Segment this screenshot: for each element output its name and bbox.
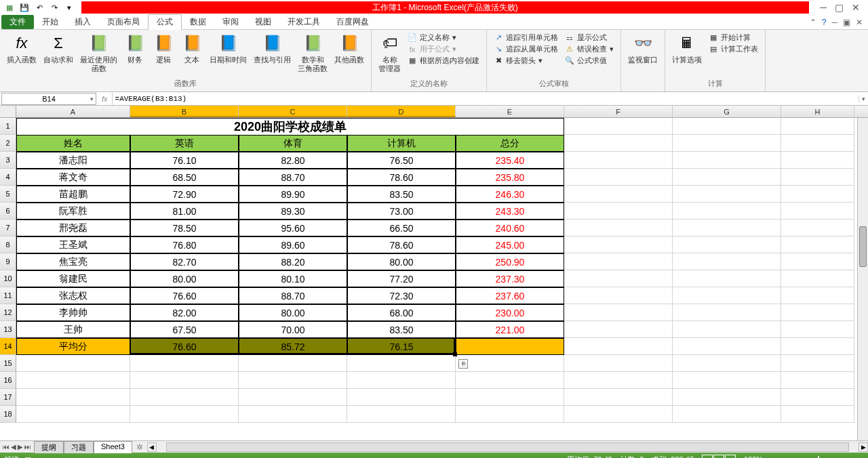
tab-开发工具[interactable]: 开发工具: [279, 15, 328, 29]
name-cell[interactable]: 焦宝亮: [16, 253, 130, 270]
trace-dependents-item[interactable]: ↘追踪从属单元格: [494, 44, 558, 54]
data-cell[interactable]: 89.30: [239, 203, 347, 220]
undo-icon[interactable]: ↶: [34, 2, 45, 13]
save-icon[interactable]: 💾: [19, 2, 30, 13]
table-header[interactable]: 总分: [456, 135, 564, 152]
cell[interactable]: [347, 389, 456, 406]
data-cell[interactable]: 77.20: [347, 270, 456, 287]
zoom-in-icon[interactable]: +: [860, 455, 864, 458]
cell[interactable]: [564, 220, 673, 236]
name-manager-button[interactable]: 🏷名称 管理器: [376, 31, 403, 75]
cell[interactable]: [564, 118, 673, 135]
cell[interactable]: [673, 186, 781, 203]
sheet-tab-习题[interactable]: 习题: [64, 441, 94, 453]
define-name-item[interactable]: 📄定义名称 ▾: [408, 33, 479, 43]
row-header-6[interactable]: 6: [0, 203, 16, 220]
ribbon-minimize-icon[interactable]: ⌃: [810, 18, 816, 27]
data-cell[interactable]: 78.60: [347, 169, 456, 186]
data-cell[interactable]: 235.80: [456, 169, 564, 186]
redo-icon[interactable]: ↷: [49, 2, 60, 13]
cell[interactable]: [456, 355, 564, 372]
data-cell[interactable]: 66.50: [347, 220, 456, 236]
row-header-9[interactable]: 9: [0, 253, 16, 270]
data-cell[interactable]: 76.60: [130, 287, 239, 304]
cell[interactable]: [781, 355, 854, 372]
table-header[interactable]: 英语: [130, 135, 239, 152]
cell[interactable]: [16, 389, 130, 406]
cell[interactable]: [673, 135, 781, 152]
name-cell[interactable]: 王帅: [16, 321, 130, 338]
lookup-button[interactable]: 📘查找与引用: [251, 31, 294, 66]
data-cell[interactable]: 73.00: [347, 203, 456, 220]
tab-页面布局[interactable]: 页面布局: [99, 15, 148, 29]
qat-more-icon[interactable]: ▾: [64, 2, 75, 13]
row-header-17[interactable]: 17: [0, 389, 16, 406]
row-header-2[interactable]: 2: [0, 135, 16, 152]
doc-restore-icon[interactable]: ▣: [843, 18, 850, 27]
math-button[interactable]: 📗数学和 三角函数: [295, 31, 330, 75]
formula-input[interactable]: [112, 93, 859, 105]
data-cell[interactable]: 68.50: [130, 169, 239, 186]
name-cell[interactable]: 苗超鹏: [16, 186, 130, 203]
tab-file[interactable]: 文件: [1, 15, 34, 29]
data-cell[interactable]: 72.30: [347, 287, 456, 304]
tab-公式[interactable]: 公式: [148, 14, 182, 30]
cell[interactable]: [564, 287, 673, 304]
data-cell[interactable]: 83.50: [347, 186, 456, 203]
cell[interactable]: [781, 169, 854, 186]
remove-arrows-item[interactable]: ✖移去箭头 ▾: [494, 56, 558, 66]
row-header-18[interactable]: 18: [0, 406, 16, 423]
cell[interactable]: [673, 372, 781, 389]
col-header-H[interactable]: H: [781, 106, 854, 117]
cell[interactable]: [456, 372, 564, 389]
data-cell[interactable]: 237.60: [456, 287, 564, 304]
data-cell[interactable]: 89.90: [239, 186, 347, 203]
insert-function-button[interactable]: fx插入函数: [4, 31, 39, 66]
row-header-16[interactable]: 16: [0, 372, 16, 389]
data-cell[interactable]: 82.00: [130, 304, 239, 321]
text-button[interactable]: 📙文本: [178, 31, 205, 66]
row-header-14[interactable]: 14: [0, 338, 16, 355]
data-cell[interactable]: 89.60: [239, 236, 347, 253]
cell[interactable]: [564, 135, 673, 152]
data-cell[interactable]: 240.60: [456, 220, 564, 236]
cell[interactable]: [781, 118, 854, 135]
cell[interactable]: [673, 118, 781, 135]
data-cell[interactable]: 82.70: [130, 253, 239, 270]
select-all-corner[interactable]: [0, 106, 16, 117]
tab-插入[interactable]: 插入: [66, 15, 99, 29]
cell[interactable]: [564, 186, 673, 203]
row-header-13[interactable]: 13: [0, 321, 16, 338]
financial-button[interactable]: 📗财务: [121, 31, 149, 66]
recent-fn-button[interactable]: 📗最近使用的 函数: [77, 31, 120, 75]
cell[interactable]: [564, 270, 673, 287]
cell[interactable]: [564, 253, 673, 270]
other-fn-button[interactable]: 📙其他函数: [332, 31, 367, 66]
cell[interactable]: [781, 389, 854, 406]
cell[interactable]: [673, 389, 781, 406]
tab-视图[interactable]: 视图: [247, 15, 279, 29]
table-header[interactable]: 计算机: [347, 135, 456, 152]
sheet-tab-Sheet3[interactable]: Sheet3: [94, 441, 132, 453]
row-header-11[interactable]: 11: [0, 287, 16, 304]
row-header-4[interactable]: 4: [0, 169, 16, 186]
cell[interactable]: [781, 152, 854, 169]
formula-expand-icon[interactable]: ▾: [859, 96, 868, 102]
data-cell[interactable]: 67.50: [130, 321, 239, 338]
name-cell[interactable]: 潘志阳: [16, 152, 130, 169]
cell[interactable]: [130, 355, 239, 372]
zoom-level[interactable]: 100%: [744, 455, 763, 458]
worksheet-grid[interactable]: ABCDEFGH 123456789101112131415161718 202…: [0, 106, 868, 440]
data-cell[interactable]: 246.30: [456, 186, 564, 203]
cell[interactable]: [781, 135, 854, 152]
sheet-nav-prev-icon[interactable]: ◀: [11, 443, 16, 451]
avg-cell[interactable]: 76.15: [347, 338, 456, 355]
cell[interactable]: [564, 321, 673, 338]
row-header-12[interactable]: 12: [0, 304, 16, 321]
cell[interactable]: [239, 406, 347, 423]
col-header-G[interactable]: G: [673, 106, 781, 117]
name-box[interactable]: B14: [1, 93, 96, 105]
data-cell[interactable]: 80.00: [239, 304, 347, 321]
avg-cell[interactable]: 85.72: [239, 338, 347, 355]
cell[interactable]: [564, 304, 673, 321]
